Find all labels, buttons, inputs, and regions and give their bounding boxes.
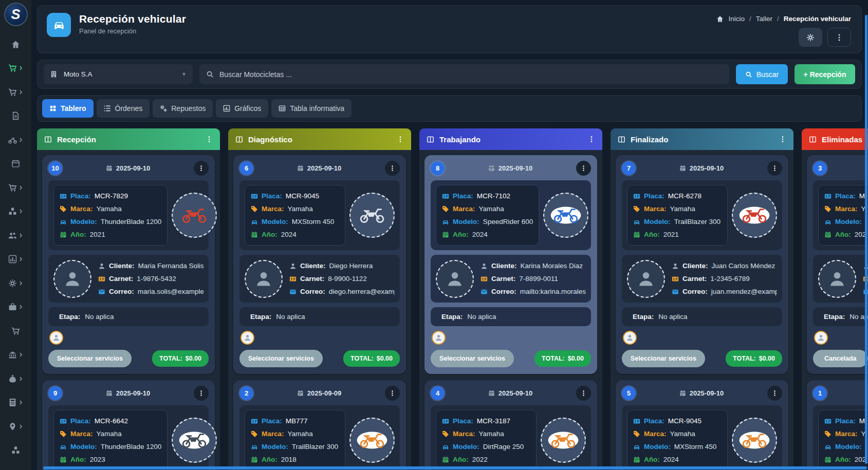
- field-value: 2021: [90, 228, 105, 241]
- horizontal-scrollbar[interactable]: [43, 466, 867, 469]
- card-menu-button[interactable]: [385, 161, 400, 176]
- breadcrumb-inicio[interactable]: Inicio: [728, 15, 745, 23]
- card-menu-button[interactable]: [767, 161, 782, 176]
- buscar-button[interactable]: Buscar: [736, 64, 788, 84]
- assigned-user-avatar[interactable]: [241, 331, 254, 345]
- kanban-card[interactable]: 10 2025-09-10 Placa: MCR-7829 Marca: Yam…: [42, 155, 215, 374]
- tab-ordenes[interactable]: Órdenes: [97, 99, 150, 118]
- column-menu-button[interactable]: [779, 136, 786, 143]
- seleccionar-servicios-button[interactable]: Seleccionar servicios: [48, 350, 132, 367]
- sidebar-item-motorcycle-4[interactable]: [0, 128, 31, 152]
- assigned-user-avatar[interactable]: [814, 331, 828, 345]
- tab-tablero[interactable]: Tablero: [42, 99, 94, 118]
- sidebar-item-bank-13[interactable]: [0, 343, 31, 367]
- kanban-card[interactable]: 5 2025-09-10 Placa: MCR-9045 Marca: Yama…: [616, 380, 788, 470]
- card-menu-button[interactable]: [194, 161, 209, 176]
- columns-icon: [618, 136, 625, 143]
- sidebar-item-cubes-7[interactable]: [0, 200, 31, 224]
- kanban-card[interactable]: 3 Placa: M Marca: Y Modelo:: [807, 155, 868, 374]
- seleccionar-servicios-button[interactable]: Seleccionar servicios: [431, 350, 514, 367]
- card-count-badge: 8: [431, 161, 445, 175]
- sidebar-item-map-pin-16[interactable]: [0, 415, 31, 439]
- field-value: MXStorm 450: [674, 440, 717, 453]
- field-row: Marca: Yamaha: [251, 202, 339, 215]
- field-label: Correo:: [491, 285, 516, 298]
- field-label: Placa:: [262, 190, 282, 202]
- sidebar-item-money-bag-14[interactable]: [0, 367, 31, 391]
- kanban-card[interactable]: 4 2025-09-10 Placa: MCR-3187 Marca: Yama…: [424, 380, 597, 470]
- sidebar-item-home-0[interactable]: [0, 32, 31, 57]
- sidebar-item-file-3[interactable]: [0, 104, 31, 128]
- field-label: Año:: [835, 228, 851, 241]
- columns-icon: [427, 136, 434, 143]
- sidebar-item-cart-plus-6[interactable]: [0, 176, 31, 200]
- total-badge: TOTAL: $0.00: [343, 350, 400, 367]
- company-select[interactable]: Moto S.A ▼: [44, 64, 193, 84]
- vehicle-info-box: Placa: MCR-7829 Marca: Yamaha Modelo: Th…: [53, 185, 168, 246]
- chevron-right-icon: [19, 400, 23, 405]
- id-card-icon: [633, 193, 640, 200]
- field-value: Maria Fernanda Solis: [138, 259, 204, 272]
- card-count-badge: 1: [813, 386, 827, 400]
- assigned-user-avatar[interactable]: [49, 331, 63, 345]
- assigned-user-avatar[interactable]: [432, 331, 446, 345]
- sidebar-item-calendar-5[interactable]: [0, 152, 31, 176]
- card-menu-button[interactable]: [576, 386, 591, 401]
- columns-icon: [235, 136, 243, 143]
- sidebar-item-cart-plus-1[interactable]: [0, 57, 31, 81]
- column-menu-button[interactable]: [588, 136, 595, 143]
- column-menu-button[interactable]: [397, 136, 404, 143]
- card-menu-button[interactable]: [767, 386, 782, 401]
- sidebar-item-cubes-17[interactable]: [0, 439, 31, 463]
- vertical-scrollbar[interactable]: [865, 15, 867, 464]
- kanban-card[interactable]: 6 2025-09-10 Placa: MCR-9045 Marca: Yama…: [233, 155, 406, 374]
- kanban-card[interactable]: 9 2025-09-10 Placa: MCR-6642 Marca: Yama…: [42, 380, 215, 470]
- sidebar-item-cart-2[interactable]: [0, 80, 31, 104]
- field-value: Diego Herrera: [329, 259, 373, 272]
- card-date: [827, 165, 868, 172]
- field-row: Marca: Yamaha: [60, 202, 161, 215]
- tab-label: Gráficos: [234, 104, 261, 112]
- field-label: Placa:: [835, 190, 856, 202]
- tab-tabla-informativa[interactable]: Tabla informativa: [271, 99, 352, 118]
- tab-repuestos[interactable]: Repuestos: [153, 99, 213, 118]
- vehicle-image-circle: [732, 193, 777, 238]
- kanban-card[interactable]: 8 2025-09-10 Placa: MCR-7102 Marca: Yama…: [424, 155, 597, 374]
- card-top-row: 3: [813, 161, 868, 176]
- kanban-card[interactable]: 2 2025-09-09 Placa: MB777 Marca: Yamaha …: [233, 380, 406, 470]
- sidebar-item-briefcase-11[interactable]: [0, 295, 31, 319]
- client-info: Cliente: Juan Carlos Méndez Carnet: 1-23…: [672, 259, 777, 298]
- sidebar-item-calculator-15[interactable]: [0, 391, 31, 415]
- seleccionar-servicios-button[interactable]: Seleccionar servicios: [622, 350, 705, 367]
- breadcrumb-taller[interactable]: Taller: [756, 15, 772, 23]
- card-menu-button[interactable]: [194, 386, 209, 401]
- etapa-value: No aplica: [85, 313, 114, 321]
- search-input[interactable]: [219, 70, 723, 79]
- settings-button[interactable]: [799, 28, 822, 47]
- column-menu-button[interactable]: [206, 136, 213, 143]
- sidebar-item-gear-10[interactable]: [0, 271, 31, 295]
- motorcycle-photo: [355, 429, 389, 451]
- nueva-recepcion-button[interactable]: + Recepción: [795, 64, 855, 84]
- chevron-right-icon: [19, 305, 23, 309]
- tab-graficos[interactable]: Gráficos: [216, 99, 268, 118]
- seleccionar-servicios-button[interactable]: Seleccionar servicios: [239, 350, 323, 367]
- etapa-section: Etapa: No aplica: [622, 307, 782, 326]
- cancelada-button[interactable]: Cancelada: [813, 350, 868, 367]
- sidebar-item-users-8[interactable]: [0, 223, 31, 248]
- id-card-icon: [251, 193, 258, 200]
- sidebar-item-cart-12[interactable]: [0, 319, 31, 343]
- more-options-button[interactable]: [827, 28, 851, 47]
- card-date-value: 2025-09-10: [498, 389, 533, 397]
- card-menu-button[interactable]: [576, 161, 591, 176]
- vehicle-section: Placa: MCR-9045 Marca: Yamaha Modelo: MX…: [239, 180, 400, 250]
- kanban-card[interactable]: 1 Placa: M Marca: Y Modelo:: [807, 380, 868, 470]
- field-value: 1-9876-5432: [137, 272, 176, 285]
- kanban-card[interactable]: 7 2025-09-10 Placa: MCR-6278 Marca: Yama…: [616, 155, 788, 374]
- field-label: Carnet:: [491, 272, 515, 285]
- field-label: Marca:: [835, 427, 858, 440]
- card-menu-button[interactable]: [385, 386, 400, 401]
- assigned-user-avatar[interactable]: [623, 331, 637, 345]
- sidebar-item-chart-9[interactable]: [0, 248, 31, 272]
- app-logo[interactable]: S: [4, 3, 28, 26]
